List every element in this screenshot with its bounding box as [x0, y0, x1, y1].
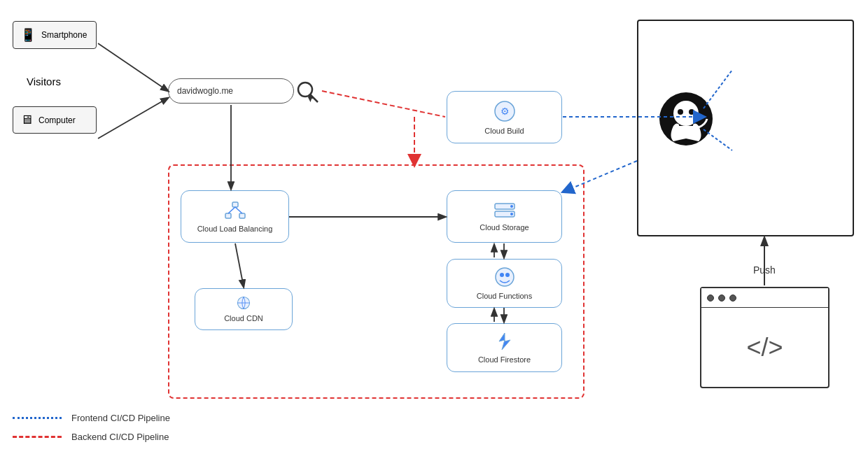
- svg-point-8: [510, 213, 513, 215]
- svg-point-21: [678, 109, 683, 115]
- cloud-storage-box: Cloud Storage: [447, 190, 562, 243]
- computer-box: 🖥 Computer: [13, 106, 97, 134]
- github-icon: [658, 91, 714, 160]
- cloud-firestore-box: Cloud Firestore: [447, 323, 562, 372]
- svg-text:⚙: ⚙: [500, 106, 509, 117]
- visitors-label: Visitors: [27, 76, 61, 87]
- search-value: davidwoglo.me: [177, 86, 233, 96]
- titlebar-dot-3: [729, 295, 736, 302]
- legend-frontend-label: Frontend CI/CD Pipeline: [71, 413, 170, 423]
- svg-line-41: [98, 43, 168, 91]
- push-label: Push: [753, 264, 776, 276]
- cloud-build-icon: ⚙: [493, 100, 516, 122]
- cloud-functions-box: Cloud Functions: [447, 259, 562, 308]
- code-editor-content: </>: [701, 308, 828, 387]
- svg-point-16: [496, 268, 514, 286]
- cloud-firestore-label: Cloud Firestore: [478, 355, 531, 364]
- search-icon: [295, 80, 321, 105]
- cloud-storage-label: Cloud Storage: [479, 223, 528, 232]
- cloud-cdn-label: Cloud CDN: [224, 314, 263, 322]
- search-bar: davidwoglo.me: [168, 78, 294, 104]
- legend-frontend: Frontend CI/CD Pipeline: [13, 413, 170, 423]
- svg-rect-9: [232, 202, 238, 207]
- cloud-firestore-icon: [495, 332, 514, 351]
- svg-line-12: [228, 207, 235, 213]
- smartphone-icon: 📱: [20, 27, 36, 43]
- cloud-lb-box: Cloud Load Balancing: [181, 190, 289, 243]
- svg-line-51: [322, 91, 445, 117]
- svg-rect-11: [239, 213, 245, 218]
- computer-label: Computer: [38, 115, 76, 125]
- svg-line-13: [235, 207, 242, 213]
- svg-line-42: [98, 98, 168, 139]
- svg-rect-10: [225, 213, 231, 218]
- titlebar-dot-1: [707, 295, 714, 302]
- smartphone-label: Smartphone: [41, 30, 87, 40]
- svg-point-18: [505, 273, 510, 277]
- cloud-lb-icon: [224, 201, 246, 220]
- svg-point-22: [689, 109, 694, 115]
- legend-red-line: [13, 436, 62, 438]
- svg-point-17: [500, 273, 504, 277]
- cloud-build-box: ⚙ Cloud Build: [447, 91, 562, 143]
- legend-blue-line: [13, 417, 62, 419]
- computer-icon: 🖥: [20, 113, 33, 127]
- cloud-build-label: Cloud Build: [484, 127, 524, 135]
- code-editor-box: </>: [700, 287, 830, 388]
- cloud-cdn-box: Cloud CDN: [195, 288, 293, 330]
- github-box: IaC Repo Website Repo: [637, 20, 854, 236]
- cloud-lb-label: Cloud Load Balancing: [197, 225, 273, 233]
- smartphone-box: 📱 Smartphone: [13, 21, 97, 49]
- svg-point-20: [673, 101, 699, 126]
- cloud-functions-icon: [494, 267, 515, 288]
- cloud-cdn-icon: [234, 296, 253, 310]
- diagram-container: 📱 Smartphone 🖥 Computer Visitors davidwo…: [0, 0, 868, 461]
- titlebar-dot-2: [718, 295, 725, 302]
- cloud-storage-icon: [493, 202, 516, 219]
- legend-backend-label: Backend CI/CD Pipeline: [71, 432, 169, 442]
- cloud-functions-label: Cloud Functions: [477, 292, 533, 300]
- legend-backend: Backend CI/CD Pipeline: [13, 432, 170, 442]
- legend: Frontend CI/CD Pipeline Backend CI/CD Pi…: [13, 413, 170, 442]
- code-editor-titlebar: [701, 288, 828, 308]
- svg-point-7: [510, 205, 513, 208]
